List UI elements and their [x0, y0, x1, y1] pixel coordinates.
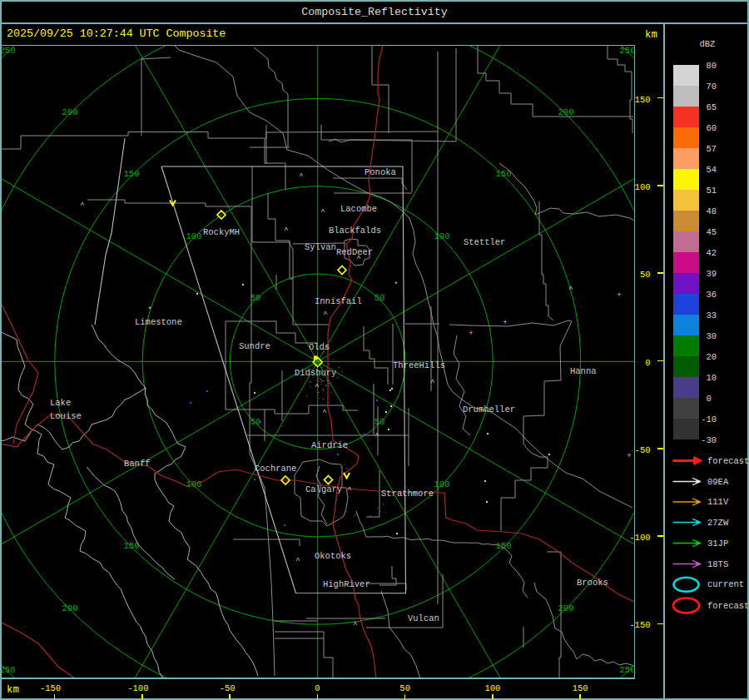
svg-text:^: ^ [323, 310, 327, 319]
svg-text:50: 50 [374, 293, 385, 303]
svg-text:200: 200 [558, 107, 574, 117]
svg-text:Limestone: Limestone [135, 317, 182, 327]
svg-text:Hanna: Hanna [570, 366, 597, 376]
svg-text:Stettler: Stettler [464, 237, 505, 247]
svg-text:*: * [147, 306, 151, 315]
svg-text:^: ^ [284, 226, 288, 235]
svg-text:^: ^ [347, 486, 351, 494]
svg-text:Louise: Louise [50, 411, 82, 421]
svg-text:50: 50 [250, 293, 261, 303]
svg-text:Sylvan: Sylvan [305, 242, 336, 252]
svg-text:+: + [617, 291, 621, 300]
svg-text:^: ^ [299, 172, 303, 181]
svg-text:^: ^ [320, 208, 325, 216]
svg-text:250: 250 [0, 665, 15, 675]
svg-text:Airdrie: Airdrie [311, 440, 348, 450]
svg-text:^: ^ [322, 409, 326, 417]
svg-text:50: 50 [374, 417, 385, 427]
svg-text:Lake: Lake [50, 398, 71, 408]
svg-text:Ponoka: Ponoka [365, 167, 396, 177]
svg-text:Sundre: Sundre [239, 341, 270, 351]
svg-text:^: ^ [80, 201, 84, 210]
svg-text:Vulcan: Vulcan [408, 613, 439, 623]
svg-text:RockyMH: RockyMH [203, 227, 240, 237]
svg-text:Didsbury: Didsbury [295, 368, 336, 378]
svg-text:Banff: Banff [124, 459, 151, 469]
svg-text:^: ^ [430, 379, 434, 387]
svg-text:^: ^ [295, 557, 300, 565]
svg-text:HighRiver: HighRiver [323, 579, 370, 589]
svg-text:*: * [394, 281, 398, 290]
svg-text:Okotoks: Okotoks [315, 551, 351, 561]
svg-text:+: + [627, 452, 631, 460]
svg-text:250: 250 [0, 46, 15, 56]
svg-text:^: ^ [568, 285, 573, 294]
svg-text:^: ^ [315, 383, 319, 391]
svg-text:Brooks: Brooks [577, 578, 608, 588]
svg-text:100: 100 [186, 231, 202, 241]
svg-text:Innisfail: Innisfail [315, 296, 362, 306]
svg-text:150: 150 [496, 541, 512, 551]
svg-text:+: + [469, 330, 473, 338]
svg-text:Blackfalds: Blackfalds [329, 226, 381, 236]
svg-text:Cochrane: Cochrane [255, 464, 296, 474]
svg-text:200: 200 [62, 107, 78, 117]
svg-text:Drumheller: Drumheller [463, 405, 515, 415]
svg-text:50: 50 [250, 417, 261, 427]
svg-text:Lacombe: Lacombe [340, 204, 377, 214]
svg-text:Calgary: Calgary [305, 484, 342, 494]
svg-text:RedDeer: RedDeer [336, 247, 373, 257]
svg-text:100: 100 [434, 231, 450, 241]
svg-text:200: 200 [558, 603, 574, 613]
svg-text:^: ^ [374, 432, 379, 440]
svg-text:^: ^ [356, 255, 360, 263]
svg-text:100: 100 [434, 479, 450, 489]
svg-text:^: ^ [353, 621, 357, 629]
svg-text:Strathmore: Strathmore [381, 489, 434, 499]
svg-text:200: 200 [62, 603, 78, 613]
svg-text:+: + [503, 319, 507, 327]
svg-text:Olds: Olds [309, 342, 330, 352]
svg-text:150: 150 [124, 169, 140, 179]
svg-text:ThreeHills: ThreeHills [393, 360, 445, 370]
